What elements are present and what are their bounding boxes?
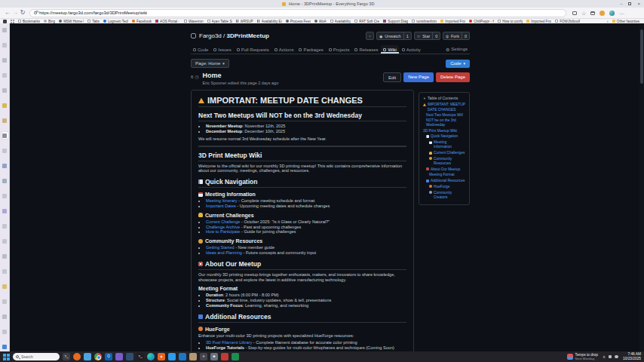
close-button[interactable]: × (637, 2, 640, 6)
unwatch-button[interactable]: ◉Unwatch1 (376, 32, 412, 40)
security-icon[interactable] (221, 353, 228, 360)
bookmark-item[interactable]: AOS Portal - Tools (155, 20, 180, 23)
vertical-tab[interactable] (2, 102, 8, 109)
vertical-tab[interactable] (2, 298, 8, 305)
toc-link[interactable]: IMPORTANT: MEETUP DATE CHANGES (423, 103, 465, 112)
bookmark-item[interactable]: Bing (44, 20, 55, 23)
revisions-link[interactable]: 6 ◷ (191, 74, 199, 79)
bookmark-item[interactable]: Availability Explorer (257, 20, 282, 23)
bookmark-item[interactable]: Wavetron (184, 20, 204, 23)
weather-widget[interactable]: Temps to drop Next Monday (567, 353, 598, 361)
favorites-star-icon[interactable]: ☆ (581, 11, 586, 16)
bookmark-item[interactable]: Process Feedback ... (286, 20, 311, 23)
display-icon[interactable] (126, 353, 133, 360)
bookmark-item[interactable]: Support Diagnostics (383, 20, 408, 23)
volume-icon[interactable] (615, 355, 618, 359)
bookmark-item[interactable]: WRSUP (236, 20, 253, 23)
toc-link[interactable]: Meeting Information (423, 140, 465, 149)
tray-app-icon[interactable] (609, 355, 612, 359)
vertical-tabs-toggle-icon[interactable] (3, 20, 7, 23)
code-button[interactable]: Code ▾ (446, 60, 470, 68)
tab-settings[interactable]: ⚙ Settings (443, 44, 470, 54)
address-bar[interactable]: https://meetup.fargo3d.com/fargo3d/3DPri… (29, 9, 566, 17)
bookmark-item[interactable]: Facebook (132, 20, 152, 23)
vertical-tab[interactable] (2, 192, 8, 199)
toc-link[interactable]: 3D Print Meetup Wiki (423, 129, 465, 133)
bookmark-item[interactable]: FOWJfolloutFlightA... (555, 20, 580, 23)
tab-actions[interactable]: Actions (272, 45, 296, 54)
vertical-tab[interactable] (2, 238, 8, 244)
repo-name-link[interactable]: 3DPrintMeetup (227, 32, 269, 39)
url-text[interactable]: https://meetup.fargo3d.com/fargo3d/3DPri… (39, 11, 147, 15)
star-button[interactable]: ☆Star0 (414, 32, 441, 40)
vertical-tab[interactable] (2, 162, 8, 169)
wiki-link[interactable]: How to Participate (206, 229, 240, 234)
toc-link[interactable]: Next Two Meetups Will NOT be on the 3rd … (423, 113, 465, 127)
taskbar-search[interactable]: Search (13, 353, 60, 360)
tab-projects[interactable]: Projects (327, 45, 352, 54)
tab-code[interactable]: Code (191, 45, 210, 54)
vertical-tab[interactable] (2, 26, 8, 33)
vertical-tab[interactable] (2, 87, 8, 94)
taskbar-clock[interactable]: 7:46 AM 10/23/2025 (623, 352, 641, 361)
other-favorites-button[interactable]: Other favorites (612, 20, 639, 23)
tab-packages[interactable]: Packages (296, 45, 325, 54)
vscode-icon[interactable] (168, 353, 176, 360)
tab-releases[interactable]: Releases (352, 45, 380, 54)
tab-wiki[interactable]: Wiki (381, 45, 398, 54)
tab-activity[interactable]: Activity (400, 45, 423, 54)
vertical-tab[interactable] (2, 132, 8, 139)
bookmark-item[interactable]: Ayan Table Searchi... (207, 20, 232, 23)
bookmark-item[interactable]: Imported From E... (440, 20, 465, 23)
vertical-tab[interactable] (2, 313, 8, 320)
vertical-tab[interactable] (2, 328, 8, 335)
page-scrollbar[interactable] (639, 23, 644, 351)
tab-issues[interactable]: Issues (211, 45, 233, 54)
toc-link[interactable]: HueForge (423, 185, 465, 189)
forward-icon[interactable]: → (11, 10, 19, 16)
toc-link[interactable]: Meeting Format (423, 173, 465, 177)
maximize-button[interactable] (628, 2, 631, 5)
vertical-tab[interactable] (2, 147, 8, 154)
toc-link[interactable]: Additional Resources (423, 179, 465, 183)
outlook-icon[interactable]: O (105, 353, 112, 360)
profile-avatar[interactable] (600, 11, 605, 16)
vertical-tab[interactable] (2, 72, 8, 78)
edge-icon[interactable] (147, 353, 155, 360)
minimize-button[interactable]: – (620, 2, 622, 6)
console-icon[interactable]: >_ (136, 353, 144, 360)
wiki-link[interactable]: Ideas and Planning (206, 250, 242, 255)
bookmark-item[interactable]: Availability (330, 20, 351, 23)
tray-expand-icon[interactable]: ∧ (603, 354, 606, 359)
wiki-link[interactable]: Getting Started (206, 245, 235, 250)
wiki-link[interactable]: Meeting Itinerary (206, 198, 238, 203)
new-page-button[interactable]: New Page (403, 72, 434, 82)
fork-button[interactable]: ψFork0 (443, 32, 470, 40)
bookmark-item[interactable]: Bookmarks (18, 20, 40, 23)
vertical-tab[interactable] (2, 343, 8, 350)
tab-pull-requests[interactable]: Pull Requests (235, 45, 271, 54)
vertical-tab[interactable] (2, 117, 8, 124)
notes-icon[interactable]: ≡ (200, 353, 207, 360)
vertical-tab[interactable] (2, 268, 8, 275)
bookmark-item[interactable]: Logmein Technician... (103, 20, 128, 23)
vlc-icon[interactable]: ▲ (158, 353, 165, 360)
toc-link[interactable]: Community Creators (423, 191, 465, 200)
file-explorer-icon[interactable] (84, 353, 91, 360)
collections-icon[interactable] (590, 11, 595, 15)
bookmark-item[interactable]: How to configure A... (498, 20, 523, 23)
repo-owner-link[interactable]: Fargo3d (199, 32, 222, 39)
toc-link[interactable]: Community Resources (423, 157, 465, 166)
vscode-insiders-icon[interactable] (179, 353, 186, 360)
bookmark-item[interactable]: Tabs (87, 20, 100, 23)
notifications-button[interactable]: ◔ (366, 32, 374, 40)
refresh-icon[interactable]: ↻ (19, 10, 26, 16)
extension-icon[interactable] (609, 11, 615, 16)
delete-page-button[interactable]: Delete Page (436, 72, 470, 82)
chrome-icon[interactable] (94, 353, 102, 360)
photos-icon[interactable] (115, 353, 123, 360)
terminal-icon[interactable]: >_ (63, 353, 70, 360)
browser-menu-icon[interactable]: … (619, 12, 624, 14)
sheets-icon[interactable] (232, 353, 239, 360)
scrollbar-thumb[interactable] (640, 29, 643, 84)
